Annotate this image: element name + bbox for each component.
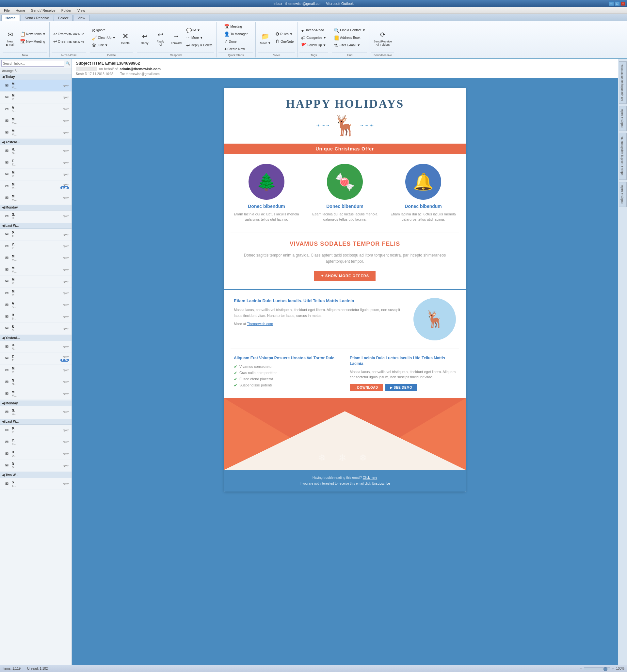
zoom-slider[interactable] (584, 667, 610, 670)
list-item[interactable]: ✉ M M... NVY (0, 252, 71, 264)
more-button[interactable]: ⋯ More ▼ (185, 34, 214, 42)
click-here-link[interactable]: Click here (363, 476, 377, 479)
answer-as-me-button1[interactable]: ↩ Ответить как мне (52, 30, 86, 38)
right-tab-appointments[interactable]: No upcoming appointments. (619, 62, 627, 104)
im-button[interactable]: 💬 IM ▼ (185, 27, 214, 34)
list-item[interactable]: ✉ R. R... NVY (0, 341, 71, 353)
check-icon-1: ✔ (234, 364, 237, 369)
close-button[interactable]: ✕ (621, 1, 626, 6)
list-item[interactable]: ✉ A A... NVY (0, 299, 71, 311)
reply-all-button[interactable]: ↩ ReplyAll (153, 28, 168, 47)
list-item[interactable]: ✉ P. P... NVY (0, 229, 71, 241)
forward-button[interactable]: → Forward (168, 30, 184, 46)
unsubscribe-link[interactable]: Unsubscribe (372, 482, 390, 485)
find-group-label: Find (332, 52, 367, 57)
categorize-button[interactable]: 🏷 Categorize ▼ (299, 34, 328, 42)
list-item[interactable]: ✉ S S... NVY (0, 478, 71, 490)
list-item[interactable]: ✉ M M... NVY (0, 264, 71, 276)
section-today-header[interactable]: ◀ Today (0, 74, 71, 80)
tab-folder[interactable]: Folder (54, 15, 72, 21)
list-item[interactable]: ✉ M M... NVY (0, 276, 71, 288)
follow-up-button[interactable]: 🚩 Follow Up ▼ (299, 42, 328, 49)
list-item[interactable]: ✉ M M... NVY1115 (0, 181, 71, 192)
section-lastweek2-header[interactable]: ◀ Last W... (0, 419, 71, 425)
find-contact-button[interactable]: 🔍 Find a Contact ▼ (332, 27, 367, 34)
list-item[interactable]: ✉ N N... NVY (0, 376, 71, 388)
move-large-button[interactable]: 📁 Move ▼ (258, 30, 273, 46)
meeting-quick-button[interactable]: 📅 Meeting (223, 23, 249, 30)
menu-home[interactable]: Home (13, 8, 28, 13)
new-meeting-button[interactable]: 📅 New Meeting (18, 38, 47, 45)
list-item[interactable]: ✉ M M... NVY (0, 169, 71, 181)
section-yesterday-header[interactable]: ◀ Yesterd... (0, 139, 71, 145)
list-item[interactable]: ✉ G. G... NVY (0, 406, 71, 418)
right-tab-tasks[interactable]: Today: 1 Tasks (619, 106, 627, 131)
section-monday-header[interactable]: ◀ Monday (0, 205, 71, 211)
list-item[interactable]: ✉ D D... NVY (0, 448, 71, 460)
done-button[interactable]: ✓ Done (223, 38, 249, 45)
delete-button[interactable]: ✕ Delete (118, 30, 133, 46)
unread-read-button[interactable]: ● Unread/Read (299, 27, 328, 34)
to-manager-button[interactable]: 👤 To Manager (223, 30, 249, 38)
search-icon[interactable]: 🔍 (66, 62, 70, 66)
section-yesterday2-header[interactable]: ◀ Yesterd... (0, 335, 71, 341)
download-button[interactable]: ↓ DOWNLOAD (350, 384, 383, 391)
right-tab-appointments2[interactable]: Today: 1 Tasking appointments. (619, 133, 627, 180)
see-demo-button[interactable]: ▶ SEE DEMO (385, 384, 417, 391)
right-tab-tasks2[interactable]: Today: 1 Tasks (619, 182, 627, 207)
list-item[interactable]: ✉ M M... NVY (0, 364, 71, 376)
answer-as-me-button2[interactable]: ↩ Ответить как мне (52, 38, 86, 45)
onenote-button[interactable]: 🗒 OneNote (274, 38, 295, 45)
reply-delete-button[interactable]: ↩ Reply & Delete (185, 42, 214, 49)
reply-button[interactable]: ↩ Reply (137, 30, 152, 46)
create-new-button[interactable]: + Create New (223, 45, 249, 52)
rules-button[interactable]: ⚙ Rules ▼ (274, 30, 295, 38)
menu-folder[interactable]: Folder (59, 8, 74, 13)
menu-view[interactable]: View (75, 8, 88, 13)
list-item[interactable]: ✉ M M... NVY (0, 80, 71, 92)
tab-home[interactable]: Home (1, 15, 20, 21)
tab-view[interactable]: View (73, 15, 90, 21)
list-item[interactable]: ✉ T. T... NVY (0, 157, 71, 169)
section-twoweeks-header[interactable]: ◀ Two W... (0, 472, 71, 478)
maximize-button[interactable]: □ (614, 1, 620, 6)
address-book-button[interactable]: 📒 Address Book (332, 34, 367, 42)
email-body-scroll[interactable]: HAPPY HOLIDAYS ❧ ~ ~ 🦌 ~ ~ ❧ Unique Chri… (72, 78, 618, 672)
minimize-button[interactable]: ─ (609, 1, 614, 6)
zoom-out-button[interactable]: － (579, 667, 583, 671)
list-item[interactable]: ✉ A A... NVY (0, 103, 71, 115)
list-item[interactable]: ✉ T. T... NVY1126 (0, 353, 71, 364)
search-input[interactable] (1, 60, 64, 67)
ignore-button[interactable]: ⊘ Ignore (90, 27, 117, 34)
themewish-link[interactable]: Themewish.com (247, 322, 273, 326)
junk-button[interactable]: 🗑 Junk ▼ (90, 42, 117, 49)
email-icon: ✉ (5, 410, 10, 415)
menu-send-receive[interactable]: Send / Receive (28, 8, 58, 13)
list-item[interactable]: ✉ G. G... NVY (0, 211, 71, 222)
send-receive-all-button[interactable]: ⟳ Send/ReceiveAll Folders (371, 28, 394, 47)
zoom-in-button[interactable]: ＋ (611, 667, 614, 671)
section-lastweek-header[interactable]: ◀ Last W... (0, 223, 71, 229)
filter-email-button[interactable]: ⚗ Filter E-mail ▼ (332, 42, 367, 49)
list-item[interactable]: ✉ M M... NVY (0, 115, 71, 127)
list-item[interactable]: ✉ P. P... NVY (0, 425, 71, 436)
list-item[interactable]: ✉ B B... NVY (0, 311, 71, 323)
reindeer-icon: 🦌 (333, 114, 357, 137)
list-item[interactable]: ✉ M M... NVY (0, 288, 71, 299)
list-item[interactable]: ✉ D D... NVY (0, 460, 71, 472)
tab-send-receive[interactable]: Send / Receive (21, 15, 53, 21)
show-more-button[interactable]: ✦ SHOW MORE OFFERS (314, 271, 375, 281)
list-item[interactable]: ✉ M M... NVY (0, 92, 71, 103)
list-item[interactable]: ✉ M M... NVY (0, 192, 71, 204)
list-item[interactable]: ✉ M M... NVY (0, 388, 71, 400)
cleanup-button[interactable]: 🧹 Clean Up ▼ (90, 34, 117, 42)
list-item[interactable]: ✉ Y. Y... NVY (0, 436, 71, 448)
list-item[interactable]: ✉ R. R... NVY (0, 145, 71, 157)
list-item[interactable]: ✉ S S... NVY (0, 323, 71, 335)
section-monday2-header[interactable]: ◀ Monday (0, 401, 71, 406)
new-items-button[interactable]: 📋 New Items ▼ (18, 30, 47, 38)
menu-file[interactable]: File (1, 8, 13, 13)
new-email-button[interactable]: ✉ NewE-mail (3, 28, 18, 47)
list-item[interactable]: ✉ M M... NVY (0, 127, 71, 139)
list-item[interactable]: ✉ Y. Y... NVY (0, 241, 71, 252)
